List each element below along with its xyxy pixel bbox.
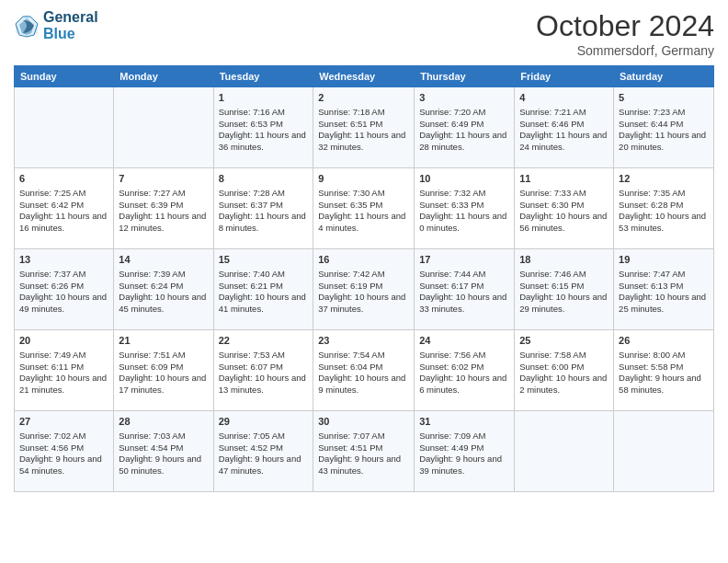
calendar-cell	[515, 411, 614, 492]
title-block: October 2024 Sommersdorf, Germany	[536, 9, 714, 58]
day-info: Sunrise: 7:27 AM Sunset: 6:39 PM Dayligh…	[119, 188, 208, 235]
calendar-cell: 19Sunrise: 7:47 AM Sunset: 6:13 PM Dayli…	[614, 249, 714, 330]
day-info: Sunrise: 7:33 AM Sunset: 6:30 PM Dayligh…	[519, 188, 609, 235]
day-number: 5	[619, 91, 709, 105]
calendar-cell: 7Sunrise: 7:27 AM Sunset: 6:39 PM Daylig…	[114, 168, 213, 249]
day-number: 14	[119, 253, 208, 267]
day-number: 21	[119, 334, 208, 348]
day-info: Sunrise: 7:02 AM Sunset: 4:56 PM Dayligh…	[19, 431, 108, 477]
weekday-header: Tuesday	[213, 66, 313, 87]
day-number: 12	[619, 172, 709, 186]
calendar-cell: 10Sunrise: 7:32 AM Sunset: 6:33 PM Dayli…	[415, 168, 515, 249]
calendar-cell: 20Sunrise: 7:49 AM Sunset: 6:11 PM Dayli…	[15, 330, 114, 411]
calendar-row: 1Sunrise: 7:16 AM Sunset: 6:53 PM Daylig…	[15, 87, 714, 168]
calendar-cell: 11Sunrise: 7:33 AM Sunset: 6:30 PM Dayli…	[515, 168, 614, 249]
calendar-cell: 25Sunrise: 7:58 AM Sunset: 6:00 PM Dayli…	[515, 330, 614, 411]
calendar-cell: 23Sunrise: 7:54 AM Sunset: 6:04 PM Dayli…	[313, 330, 415, 411]
day-info: Sunrise: 7:54 AM Sunset: 6:04 PM Dayligh…	[318, 350, 409, 396]
day-info: Sunrise: 7:25 AM Sunset: 6:42 PM Dayligh…	[19, 188, 108, 235]
logo-text: General Blue	[43, 9, 98, 41]
day-info: Sunrise: 7:56 AM Sunset: 6:02 PM Dayligh…	[419, 350, 509, 396]
day-number: 10	[419, 172, 509, 186]
day-number: 29	[219, 415, 309, 429]
weekday-header: Wednesday	[313, 66, 415, 87]
calendar-table: SundayMondayTuesdayWednesdayThursdayFrid…	[14, 65, 714, 492]
calendar-cell: 2Sunrise: 7:18 AM Sunset: 6:51 PM Daylig…	[313, 87, 415, 168]
day-info: Sunrise: 7:16 AM Sunset: 6:53 PM Dayligh…	[219, 107, 309, 154]
calendar-row: 6Sunrise: 7:25 AM Sunset: 6:42 PM Daylig…	[15, 168, 714, 249]
logo: General Blue	[14, 9, 98, 41]
day-info: Sunrise: 7:28 AM Sunset: 6:37 PM Dayligh…	[219, 188, 309, 235]
calendar-cell	[15, 87, 114, 168]
day-number: 24	[419, 334, 509, 348]
day-info: Sunrise: 7:18 AM Sunset: 6:51 PM Dayligh…	[318, 107, 409, 154]
calendar-cell: 16Sunrise: 7:42 AM Sunset: 6:19 PM Dayli…	[313, 249, 415, 330]
page: General Blue October 2024 Sommersdorf, G…	[0, 0, 728, 563]
day-number: 26	[619, 334, 709, 348]
day-info: Sunrise: 7:53 AM Sunset: 6:07 PM Dayligh…	[219, 350, 309, 396]
day-number: 23	[318, 334, 409, 348]
calendar-cell: 18Sunrise: 7:46 AM Sunset: 6:15 PM Dayli…	[515, 249, 614, 330]
day-info: Sunrise: 7:05 AM Sunset: 4:52 PM Dayligh…	[219, 431, 309, 477]
day-number: 27	[19, 415, 108, 429]
calendar-cell: 5Sunrise: 7:23 AM Sunset: 6:44 PM Daylig…	[614, 87, 714, 168]
day-info: Sunrise: 7:20 AM Sunset: 6:49 PM Dayligh…	[419, 107, 509, 154]
day-number: 8	[219, 172, 309, 186]
month-title: October 2024	[536, 9, 714, 43]
day-number: 9	[318, 172, 409, 186]
calendar-cell: 31Sunrise: 7:09 AM Sunset: 4:49 PM Dayli…	[415, 411, 515, 492]
day-info: Sunrise: 8:00 AM Sunset: 5:58 PM Dayligh…	[619, 350, 709, 396]
calendar-cell: 24Sunrise: 7:56 AM Sunset: 6:02 PM Dayli…	[415, 330, 515, 411]
calendar-cell: 13Sunrise: 7:37 AM Sunset: 6:26 PM Dayli…	[15, 249, 114, 330]
day-info: Sunrise: 7:23 AM Sunset: 6:44 PM Dayligh…	[619, 107, 709, 154]
logo-icon	[14, 13, 40, 39]
day-number: 3	[419, 91, 509, 105]
calendar-cell: 17Sunrise: 7:44 AM Sunset: 6:17 PM Dayli…	[415, 249, 515, 330]
day-number: 2	[318, 91, 409, 105]
calendar-row: 20Sunrise: 7:49 AM Sunset: 6:11 PM Dayli…	[15, 330, 714, 411]
day-info: Sunrise: 7:39 AM Sunset: 6:24 PM Dayligh…	[119, 269, 208, 316]
calendar-cell: 6Sunrise: 7:25 AM Sunset: 6:42 PM Daylig…	[15, 168, 114, 249]
day-number: 17	[419, 253, 509, 267]
day-info: Sunrise: 7:37 AM Sunset: 6:26 PM Dayligh…	[19, 269, 108, 316]
calendar-cell: 30Sunrise: 7:07 AM Sunset: 4:51 PM Dayli…	[313, 411, 415, 492]
day-number: 18	[519, 253, 609, 267]
weekday-header: Friday	[515, 66, 614, 87]
day-info: Sunrise: 7:46 AM Sunset: 6:15 PM Dayligh…	[519, 269, 609, 316]
day-number: 31	[419, 415, 509, 429]
day-number: 16	[318, 253, 409, 267]
day-info: Sunrise: 7:40 AM Sunset: 6:21 PM Dayligh…	[219, 269, 309, 316]
day-number: 22	[219, 334, 309, 348]
day-info: Sunrise: 7:58 AM Sunset: 6:00 PM Dayligh…	[519, 350, 609, 396]
calendar-cell: 21Sunrise: 7:51 AM Sunset: 6:09 PM Dayli…	[114, 330, 213, 411]
day-number: 11	[519, 172, 609, 186]
calendar-cell: 15Sunrise: 7:40 AM Sunset: 6:21 PM Dayli…	[213, 249, 313, 330]
weekday-header: Sunday	[15, 66, 114, 87]
day-number: 13	[19, 253, 108, 267]
day-number: 7	[119, 172, 208, 186]
day-info: Sunrise: 7:03 AM Sunset: 4:54 PM Dayligh…	[119, 431, 208, 477]
day-info: Sunrise: 7:44 AM Sunset: 6:17 PM Dayligh…	[419, 269, 509, 316]
location: Sommersdorf, Germany	[536, 43, 714, 58]
day-number: 19	[619, 253, 709, 267]
day-number: 30	[318, 415, 409, 429]
day-info: Sunrise: 7:35 AM Sunset: 6:28 PM Dayligh…	[619, 188, 709, 235]
header-row: SundayMondayTuesdayWednesdayThursdayFrid…	[15, 66, 714, 87]
calendar-cell: 12Sunrise: 7:35 AM Sunset: 6:28 PM Dayli…	[614, 168, 714, 249]
day-info: Sunrise: 7:07 AM Sunset: 4:51 PM Dayligh…	[318, 431, 409, 477]
day-info: Sunrise: 7:49 AM Sunset: 6:11 PM Dayligh…	[19, 350, 108, 396]
day-number: 28	[119, 415, 208, 429]
day-info: Sunrise: 7:30 AM Sunset: 6:35 PM Dayligh…	[318, 188, 409, 235]
calendar-cell	[614, 411, 714, 492]
day-info: Sunrise: 7:09 AM Sunset: 4:49 PM Dayligh…	[419, 431, 509, 477]
calendar-cell: 9Sunrise: 7:30 AM Sunset: 6:35 PM Daylig…	[313, 168, 415, 249]
calendar-cell: 4Sunrise: 7:21 AM Sunset: 6:46 PM Daylig…	[515, 87, 614, 168]
calendar-cell: 27Sunrise: 7:02 AM Sunset: 4:56 PM Dayli…	[15, 411, 114, 492]
day-info: Sunrise: 7:42 AM Sunset: 6:19 PM Dayligh…	[318, 269, 409, 316]
day-number: 15	[219, 253, 309, 267]
day-number: 20	[19, 334, 108, 348]
weekday-header: Monday	[114, 66, 213, 87]
weekday-header: Saturday	[614, 66, 714, 87]
calendar-row: 27Sunrise: 7:02 AM Sunset: 4:56 PM Dayli…	[15, 411, 714, 492]
calendar-cell: 1Sunrise: 7:16 AM Sunset: 6:53 PM Daylig…	[213, 87, 313, 168]
